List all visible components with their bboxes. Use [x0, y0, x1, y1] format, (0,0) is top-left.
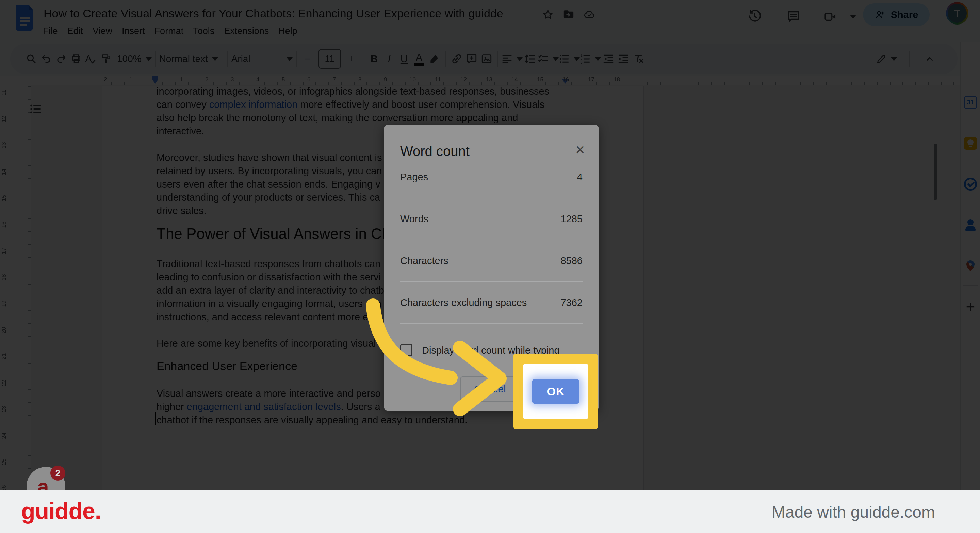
bold-button[interactable]: B [367, 49, 382, 69]
ruler-number: 20 [1, 323, 8, 337]
cancel-button[interactable]: Cancel [460, 376, 520, 402]
word-count-row-label: Words [400, 213, 428, 224]
left-indent-marker[interactable] [152, 79, 158, 84]
text-color-button[interactable]: A [412, 49, 427, 69]
move-folder-icon[interactable] [563, 9, 575, 21]
menu-item-format[interactable]: Format [150, 24, 189, 38]
tasks-icon[interactable] [964, 178, 977, 191]
line-spacing-icon[interactable] [523, 49, 538, 69]
doc-heading: The Power of Visual Answers in Ch [156, 225, 390, 242]
menu-item-view[interactable]: View [88, 24, 117, 38]
word-count-row-label: Pages [400, 172, 428, 183]
doc-line: also help break the monotony of text, ma… [156, 112, 518, 124]
print-icon[interactable] [69, 49, 84, 69]
ruler-number: 16 [1, 218, 8, 231]
word-count-row-value: 8586 [560, 255, 582, 266]
version-history-icon[interactable] [747, 9, 762, 23]
decrease-indent-icon[interactable] [601, 49, 616, 69]
ruler-number: 3 [231, 76, 234, 83]
insert-image-icon[interactable] [479, 49, 494, 69]
doc-text: retained by users. By incorporating visu… [156, 165, 382, 176]
checklist-button[interactable] [538, 49, 559, 69]
keep-icon[interactable] [964, 137, 977, 150]
scrollbar-thumb[interactable] [934, 144, 937, 200]
undo-icon[interactable] [39, 49, 54, 69]
side-panel-divider [963, 285, 978, 286]
zoom-dropdown-icon [146, 57, 152, 61]
comments-icon[interactable] [787, 10, 800, 23]
spelling-check-icon[interactable]: A [84, 49, 99, 69]
menu-bar: FileEditViewInsertFormatToolsExtensionsH… [38, 24, 302, 38]
search-menus-icon[interactable] [24, 49, 39, 69]
cloud-saved-icon[interactable] [583, 9, 596, 21]
bulleted-list-button[interactable] [559, 49, 580, 69]
ruler-number: 15 [1, 191, 8, 205]
ruler-number: 10 [409, 76, 416, 83]
font-select[interactable]: Arial [231, 49, 293, 69]
editing-mode-dropdown-icon [891, 57, 897, 61]
menu-item-tools[interactable]: Tools [188, 24, 219, 38]
word-count-row-value: 7362 [560, 297, 582, 309]
increase-font-size-button[interactable]: + [344, 49, 360, 69]
doc-text: add an extra layer of clarity and intera… [156, 285, 384, 296]
document-title[interactable]: How to Create Visual Answers for Your Ch… [43, 7, 503, 20]
highlight-color-button[interactable] [427, 49, 442, 69]
maps-icon[interactable] [964, 259, 977, 272]
doc-text: . Users a [341, 401, 380, 412]
close-icon[interactable]: ✕ [575, 143, 585, 157]
share-button[interactable]: Share [863, 3, 930, 26]
calendar-icon[interactable]: 31 [964, 96, 977, 109]
redo-icon[interactable] [54, 49, 69, 69]
ruler-number: 2 [205, 76, 208, 83]
insert-link-icon[interactable] [449, 49, 464, 69]
doc-link[interactable]: engagement and satisfaction levels [187, 401, 341, 412]
clear-formatting-icon[interactable] [631, 49, 646, 69]
ruler-number: 12 [1, 112, 8, 126]
add-comment-icon[interactable] [464, 49, 479, 69]
ok-button[interactable]: OK [532, 379, 579, 404]
document-outline-icon[interactable] [29, 102, 43, 116]
editing-mode-button[interactable] [876, 49, 897, 69]
menu-item-insert[interactable]: Insert [117, 24, 150, 38]
align-button[interactable] [501, 49, 523, 69]
doc-link[interactable]: complex information [209, 99, 298, 110]
account-avatar[interactable]: T [946, 2, 969, 24]
font-size-input[interactable]: 11 [318, 49, 341, 69]
numbered-list-dropdown-icon [595, 57, 601, 61]
guidde-footer-bar: guidde. Made with guidde.com [0, 490, 980, 533]
first-line-indent-marker[interactable] [152, 76, 158, 79]
avatar-letter: T [948, 4, 967, 23]
menu-item-edit[interactable]: Edit [63, 24, 88, 38]
align-dropdown-icon [517, 57, 523, 61]
display-word-count-checkbox[interactable] [400, 344, 412, 356]
ruler-number: 13 [486, 76, 492, 83]
share-button-label: Share [891, 9, 918, 21]
decrease-font-size-button[interactable]: − [300, 49, 315, 69]
contacts-icon[interactable] [964, 218, 977, 231]
toolbar-separator [227, 51, 228, 67]
toolbar-separator [363, 51, 363, 67]
italic-button[interactable]: I [382, 49, 397, 69]
menu-item-file[interactable]: File [38, 24, 63, 38]
get-addons-button[interactable]: + [964, 300, 977, 313]
underline-button[interactable]: U [397, 49, 412, 69]
share-people-icon [875, 10, 886, 20]
zoom-select[interactable]: 100% [117, 49, 152, 69]
paragraph-style-value: Normal text [159, 53, 208, 64]
video-call-icon[interactable] [824, 10, 837, 23]
menu-item-help[interactable]: Help [274, 24, 302, 38]
menu-item-extensions[interactable]: Extensions [219, 24, 274, 38]
star-icon[interactable] [542, 9, 554, 21]
paint-format-icon[interactable] [99, 49, 114, 69]
doc-text: leading to confusion or dissatisfaction … [156, 272, 381, 283]
increase-indent-icon[interactable] [616, 49, 631, 69]
numbered-list-button[interactable]: 1 2 3 [580, 49, 601, 69]
checklist-dropdown-icon [553, 57, 559, 61]
ruler-number: 24 [1, 429, 8, 442]
paragraph-style-select[interactable]: Normal text [159, 49, 224, 69]
ruler-ticks [99, 82, 960, 85]
google-docs-logo-icon[interactable] [16, 5, 35, 31]
ruler-number: 17 [588, 76, 595, 83]
video-call-dropdown-icon[interactable] [850, 15, 856, 19]
collapse-toolbar-icon[interactable] [922, 49, 937, 69]
